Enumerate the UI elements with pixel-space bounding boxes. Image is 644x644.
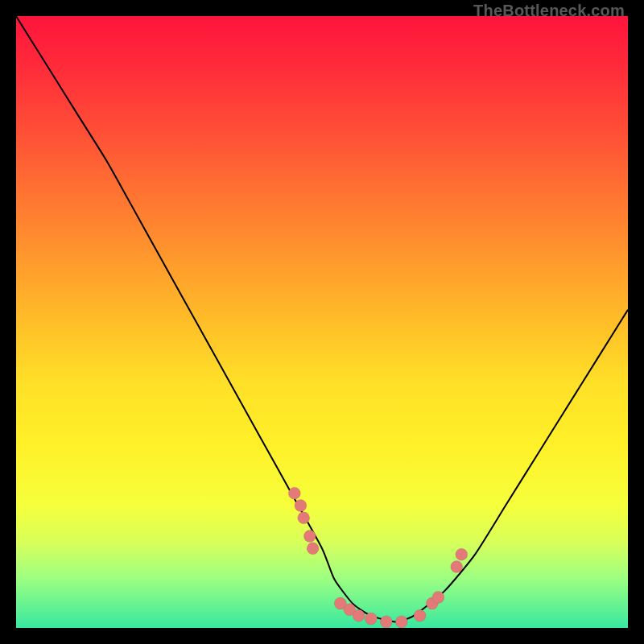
sample-point bbox=[365, 613, 377, 625]
sample-point bbox=[432, 592, 444, 604]
sample-point bbox=[451, 561, 463, 573]
bottleneck-curve bbox=[16, 16, 628, 621]
sample-point bbox=[395, 616, 407, 628]
sample-point bbox=[456, 548, 468, 560]
sample-point bbox=[303, 530, 316, 543]
sample-point bbox=[414, 609, 426, 621]
plot-area bbox=[16, 16, 628, 628]
chart-overlay bbox=[16, 16, 628, 628]
sample-points-group bbox=[288, 487, 467, 628]
sample-point bbox=[307, 543, 319, 555]
sample-point bbox=[298, 512, 310, 524]
chart-frame: TheBottleneck.com bbox=[0, 0, 644, 644]
sample-point bbox=[288, 487, 300, 499]
sample-point bbox=[353, 609, 365, 621]
sample-point bbox=[295, 500, 307, 512]
sample-point bbox=[380, 616, 392, 628]
